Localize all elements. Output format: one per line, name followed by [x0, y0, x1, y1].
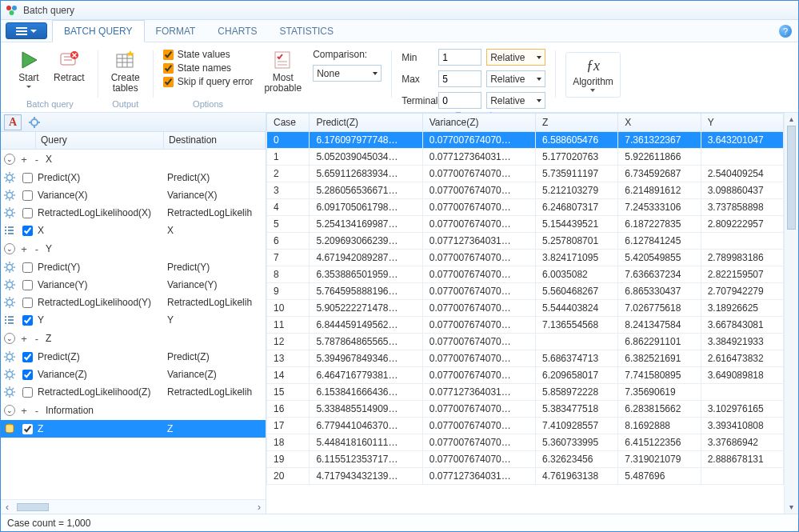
add-icon[interactable]: + — [20, 243, 28, 255]
help-icon[interactable]: ? — [779, 25, 792, 38]
row-checkbox[interactable] — [18, 424, 36, 434]
query-group-information[interactable]: ⌄+-Information — [1, 401, 266, 420]
col-header[interactable]: X — [618, 114, 701, 132]
table-row[interactable]: 116.844459149562…0.077007674070…7.136554… — [267, 317, 784, 334]
max-relative-select[interactable]: Relative — [486, 70, 545, 87]
table-row[interactable]: 55.254134169987…0.077007674070…5.1544395… — [267, 216, 784, 233]
query-group-y[interactable]: ⌄+-Y — [1, 239, 266, 258]
table-row[interactable]: 25.659112683934…0.077007674070…5.7359111… — [267, 166, 784, 182]
table-row[interactable]: 105.905222271478…0.077007674070…5.544403… — [267, 300, 784, 317]
most-probable-button[interactable]: Most probable — [261, 47, 305, 95]
table-row[interactable]: 46.091705061798…0.077007674070…6.2468073… — [267, 199, 784, 216]
query-row[interactable]: RetractedLogLikelihood(X)RetractedLogLik… — [1, 204, 266, 222]
row-checkbox[interactable] — [18, 315, 36, 326]
row-checkbox[interactable] — [18, 387, 36, 398]
row-checkbox[interactable] — [18, 352, 36, 362]
remove-icon[interactable]: - — [33, 405, 41, 417]
query-row[interactable]: RetractedLogLikelihood(Z)RetractedLogLik… — [1, 383, 266, 401]
query-group-z[interactable]: ⌄+-Z — [1, 329, 266, 348]
start-button[interactable]: Start — [12, 47, 46, 90]
table-row[interactable]: 35.286056536671…0.077007674070…5.2121032… — [267, 182, 784, 199]
table-row[interactable]: 86.353886501959…0.077007674070…6.0035082… — [267, 266, 784, 283]
table-row[interactable]: 156.153841666436…0.077127364031…5.858972… — [267, 384, 784, 401]
min-input[interactable] — [438, 49, 481, 66]
col-header[interactable]: Case — [267, 114, 310, 132]
col-query[interactable]: Query — [36, 132, 164, 149]
scroll-thumb[interactable] — [787, 126, 796, 230]
create-tables-button[interactable]: Create tables — [108, 47, 143, 95]
query-row[interactable]: XX — [1, 222, 266, 239]
table-row[interactable]: 204.717943432139…0.077127364031…4.761963… — [267, 468, 784, 485]
data-table[interactable]: CasePredict(Z)Variance(Z)ZXY06.176097977… — [266, 113, 784, 485]
chk-state-values[interactable]: State values — [163, 49, 254, 60]
row-checkbox[interactable] — [18, 298, 36, 308]
tab-charts[interactable]: CHARTS — [206, 20, 268, 42]
query-row[interactable]: Variance(X)Variance(X) — [1, 186, 266, 204]
remove-icon[interactable]: - — [33, 333, 41, 345]
collapse-icon[interactable]: ⌄ — [4, 333, 15, 344]
collapse-icon[interactable]: ⌄ — [4, 154, 15, 165]
query-row[interactable]: Variance(Z)Variance(Z) — [1, 366, 266, 383]
table-row[interactable]: 135.394967849346…0.077007674070…5.686374… — [267, 350, 784, 367]
table-row[interactable]: 15.052039045034…0.077127364031…5.1770207… — [267, 149, 784, 166]
row-checkbox[interactable] — [18, 173, 36, 183]
table-row[interactable]: 95.764595888196…0.077007674070…5.5604682… — [267, 283, 784, 300]
row-checkbox[interactable] — [18, 208, 36, 218]
table-row[interactable]: 65.209693066239…0.077127364031…5.2578087… — [267, 233, 784, 250]
remove-icon[interactable]: - — [33, 154, 41, 166]
col-header[interactable]: Predict(Z) — [310, 114, 422, 132]
query-row[interactable]: RetractedLogLikelihood(Y)RetractedLogLik… — [1, 294, 266, 311]
table-row[interactable]: 176.779441046370…0.077007674070…7.410928… — [267, 418, 784, 434]
scroll-right-icon[interactable]: › — [253, 502, 266, 513]
query-row[interactable]: Predict(Z)Predict(Z) — [1, 348, 266, 366]
query-group-x[interactable]: ⌄+-X — [1, 150, 266, 169]
scroll-thumb[interactable] — [17, 503, 49, 511]
add-icon[interactable]: + — [20, 333, 28, 345]
query-row[interactable]: Variance(Y)Variance(Y) — [1, 276, 266, 294]
terminal-input[interactable] — [438, 92, 481, 109]
scroll-up-icon[interactable]: ▴ — [785, 113, 798, 126]
comparison-select[interactable]: None — [313, 65, 382, 82]
collapse-icon[interactable]: ⌄ — [4, 405, 15, 416]
max-input[interactable] — [438, 70, 481, 87]
table-row[interactable]: 185.448418160111…0.077007674070…5.360733… — [267, 434, 784, 451]
col-destination[interactable]: Destination — [164, 132, 266, 149]
algorithm-button[interactable]: ƒx Algorithm — [565, 52, 621, 98]
table-row[interactable]: 125.787864865565…0.077007674070…6.862291… — [267, 334, 784, 350]
query-row[interactable]: ZZ — [1, 420, 266, 438]
query-row[interactable]: Predict(Y)Predict(Y) — [1, 258, 266, 276]
col-header[interactable]: Variance(Z) — [422, 114, 535, 132]
h-scrollbar[interactable]: ‹ › — [1, 499, 266, 514]
row-checkbox[interactable] — [18, 280, 36, 290]
row-checkbox[interactable] — [18, 262, 36, 273]
query-row[interactable]: Predict(X)Predict(X) — [1, 169, 266, 186]
retract-button[interactable]: Retract — [50, 47, 88, 90]
tab-format[interactable]: FORMAT — [145, 20, 207, 42]
v-scrollbar[interactable]: ▴ ▾ — [784, 113, 798, 514]
table-row[interactable]: 165.338485514909…0.077007674070…5.383477… — [267, 401, 784, 418]
col-header[interactable]: Y — [701, 114, 783, 132]
scroll-left-icon[interactable]: ‹ — [1, 502, 14, 513]
remove-icon[interactable]: - — [33, 243, 41, 255]
text-tool-button[interactable]: A — [4, 114, 22, 130]
row-checkbox[interactable] — [18, 226, 36, 236]
chk-skip-error[interactable]: Skip if query error — [163, 76, 254, 87]
query-list[interactable]: ⌄+-XPredict(X)Predict(X)Variance(X)Varia… — [1, 150, 266, 499]
table-row[interactable]: 146.464716779381…0.077007674070…6.209658… — [267, 367, 784, 384]
gear-tool-button[interactable] — [26, 114, 42, 130]
table-row[interactable]: 196.115512353717…0.077007674070…6.326234… — [267, 451, 784, 468]
tab-batch-query[interactable]: BATCH QUERY — [52, 20, 145, 42]
chk-state-names[interactable]: State names — [163, 62, 254, 74]
add-icon[interactable]: + — [20, 405, 28, 417]
query-row[interactable]: YY — [1, 311, 266, 329]
row-checkbox[interactable] — [18, 190, 36, 201]
add-icon[interactable]: + — [20, 154, 28, 166]
collapse-icon[interactable]: ⌄ — [4, 243, 15, 254]
data-table-wrap[interactable]: CasePredict(Z)Variance(Z)ZXY06.176097977… — [266, 113, 784, 514]
table-row[interactable]: 06.176097977748…0.077007674070…6.5886054… — [267, 132, 784, 149]
col-header[interactable]: Z — [536, 114, 618, 132]
row-checkbox[interactable] — [18, 370, 36, 380]
file-menu-button[interactable] — [6, 22, 47, 39]
min-relative-select[interactable]: Relative — [486, 49, 545, 66]
terminal-relative-select[interactable]: Relative — [486, 92, 545, 109]
